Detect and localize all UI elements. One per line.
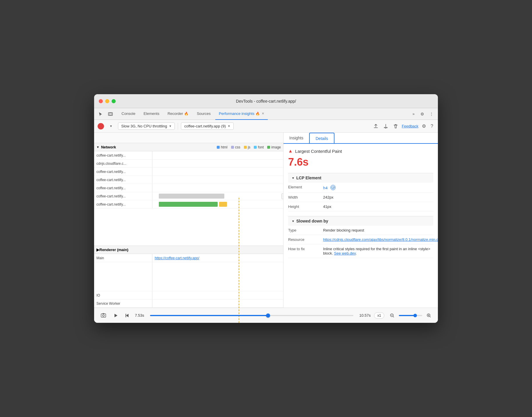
row-bar-5: › <box>152 192 283 200</box>
performance-flame-icon: 🔥 <box>256 112 260 116</box>
renderer-section-header[interactable]: ▶ Renderer (main) <box>94 246 283 254</box>
maximize-button[interactable] <box>112 99 116 103</box>
legend-font: font <box>254 145 264 149</box>
minimize-button[interactable] <box>105 99 109 103</box>
lcp-element-row: Element h4 <box>288 183 433 193</box>
renderer-sw-label: Service Worker <box>94 299 152 307</box>
inspect-element-icon[interactable] <box>330 185 336 190</box>
renderer-main-link[interactable]: https://coffee-cart.netlify.app/ <box>152 256 283 260</box>
table-row[interactable]: coffee-cart.netlify... <box>94 168 283 176</box>
row-label-4: coffee-cart.netlify... <box>94 184 152 192</box>
svg-rect-5 <box>103 313 104 314</box>
renderer-row-io: IO <box>94 291 283 299</box>
resource-key: Resource <box>288 237 323 242</box>
more-tabs-button[interactable]: » <box>410 111 417 117</box>
table-row[interactable]: coffee-cart.netlify... › <box>94 192 283 200</box>
resource-link[interactable]: https://cdnjs.cloudflare.com/ajax/libs/n… <box>323 237 438 242</box>
tab-insights[interactable]: Insights <box>283 133 309 143</box>
tab-console[interactable]: Console <box>118 108 139 120</box>
cursor-icon-button[interactable] <box>96 110 105 118</box>
lcp-element-header[interactable]: ▼ LCP Element <box>288 173 433 183</box>
more-options-icon[interactable]: ⋮ <box>427 110 436 118</box>
expand-chevron-icon[interactable]: › <box>281 193 283 199</box>
play-icon-button[interactable] <box>112 312 120 319</box>
how-to-fix-key: How to fix <box>288 247 323 255</box>
device-icon-button[interactable] <box>106 110 114 118</box>
origin-dropdown[interactable]: coffee-cart.netlify.app (9) ▼ <box>181 122 234 130</box>
element-value: h4 <box>323 185 433 190</box>
tab-details[interactable]: Details <box>309 133 334 144</box>
renderer-row-service-worker: Service Worker <box>94 299 283 308</box>
feedback-link[interactable]: Feedback <box>402 124 418 128</box>
time-end-display: 10.57s <box>359 313 371 318</box>
network-dropdown-arrow-icon: ▼ <box>169 125 172 128</box>
js-color-dot <box>244 146 247 149</box>
svg-rect-8 <box>126 314 126 317</box>
renderer-row-main[interactable]: Main https://coffee-cart.netlify.app/ <box>94 254 283 262</box>
width-key: Width <box>288 195 323 199</box>
time-start-display: 7.53s <box>135 313 144 318</box>
row-bar-1 <box>152 160 283 167</box>
row-bar-0 <box>152 151 283 159</box>
right-panel: Insights Details ▲ Largest Contentful Pa… <box>283 133 438 308</box>
network-legend: html css js font <box>217 145 281 149</box>
renderer-section: ▶ Renderer (main) Main https://coffee-ca… <box>94 246 283 308</box>
delete-icon-button[interactable] <box>392 122 399 130</box>
bar-segment-green <box>159 202 218 206</box>
renderer-spacer-label <box>94 262 152 291</box>
record-button[interactable] <box>98 123 104 129</box>
table-row[interactable]: coffee-cart.netlify... <box>94 151 283 160</box>
slowed-down-header[interactable]: ▼ Slowed down by <box>288 216 433 226</box>
legend-js: js <box>244 145 251 149</box>
network-throttle-dropdown[interactable]: Slow 3G, No CPU throttling ▼ <box>118 122 175 130</box>
row-label-5: coffee-cart.netlify... <box>94 192 152 200</box>
bar-segment <box>159 194 224 198</box>
network-section-header[interactable]: ▼ Network html css js <box>94 143 283 151</box>
zoom-in-icon-button[interactable] <box>424 312 433 319</box>
table-row[interactable]: coffee-cart.netlify... <box>94 200 283 208</box>
tab-elements[interactable]: Elements <box>140 108 163 120</box>
recorder-flame-icon: 🔥 <box>184 112 189 116</box>
bar-segment-yellow <box>219 202 227 206</box>
zoom-slider[interactable] <box>399 315 422 316</box>
element-key: Element <box>288 185 323 190</box>
lcp-value: 7.6s <box>288 156 433 168</box>
width-value: 242px <box>323 195 433 199</box>
timeline-scrubber[interactable] <box>150 315 353 316</box>
upload-icon-button[interactable] <box>372 122 380 130</box>
tab-recorder[interactable]: Recorder 🔥 <box>164 108 192 120</box>
origin-dropdown-arrow-icon: ▼ <box>228 125 230 128</box>
zoom-out-icon-button[interactable] <box>388 312 397 319</box>
table-row[interactable]: coffee-cart.netlify... <box>94 176 283 184</box>
tab-performance-insights[interactable]: Performance insights 🔥 ✕ <box>215 108 268 120</box>
see-web-dev-link[interactable]: See web.dev <box>334 251 356 255</box>
settings-gear-icon[interactable]: ⚙ <box>418 110 426 118</box>
close-button[interactable] <box>99 99 103 103</box>
renderer-io-label: IO <box>94 291 152 299</box>
height-value: 41px <box>323 204 433 209</box>
table-row[interactable]: cdnjs.cloudflare.c... <box>94 160 283 168</box>
network-section-label: Network <box>101 145 116 149</box>
record-dropdown-arrow[interactable]: ▼ <box>107 122 115 130</box>
type-row: Type Render blocking request <box>288 226 433 235</box>
download-icon-button[interactable] <box>382 122 390 130</box>
slider-track <box>150 315 268 316</box>
toolbar-settings-icon[interactable]: ⚙ <box>421 122 427 130</box>
tab-sources[interactable]: Sources <box>193 108 214 120</box>
speed-button[interactable]: x1 <box>374 312 384 319</box>
zoom-controls <box>388 312 433 319</box>
title-bar: DevTools - coffee-cart.netlify.app/ <box>94 94 438 108</box>
svg-rect-3 <box>101 314 106 317</box>
legend-html: html <box>217 145 228 149</box>
row-bar-2 <box>152 168 283 176</box>
how-to-fix-row: How to fix Inline critical styles requir… <box>288 244 433 258</box>
html-color-dot <box>217 146 220 149</box>
toolbar-help-icon[interactable]: ? <box>429 122 434 130</box>
screenshot-icon-button[interactable] <box>99 311 108 320</box>
skip-to-start-icon-button[interactable] <box>123 312 131 319</box>
insights-content: ▲ Largest Contentful Paint 7.6s ▼ LCP El… <box>283 144 438 308</box>
tab-close-icon[interactable]: ✕ <box>262 112 264 115</box>
table-row[interactable]: coffee-cart.netlify... <box>94 184 283 192</box>
type-key: Type <box>288 228 323 232</box>
tab-icon-group <box>96 110 114 118</box>
